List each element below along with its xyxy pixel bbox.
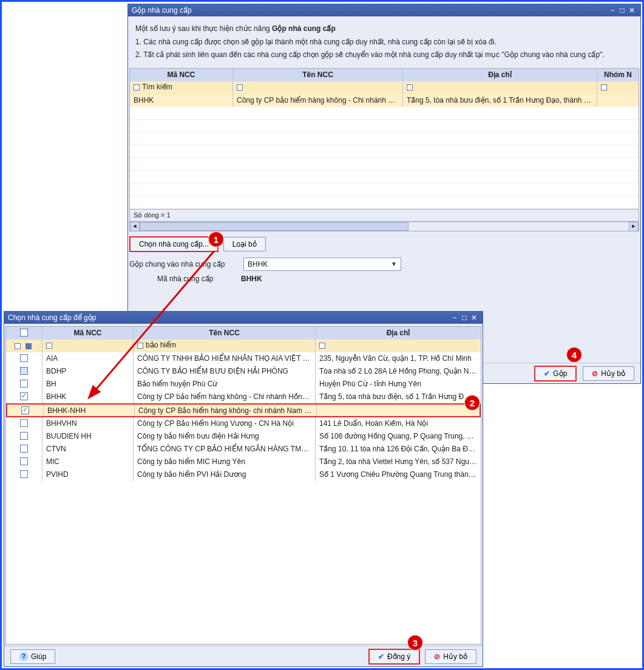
filter-icon[interactable]: [15, 343, 21, 349]
table-row[interactable]: MICCông ty bảo hiểm MIC Hưng YênTầng 2, …: [6, 456, 481, 468]
table-row[interactable]: BHHVHNCông ty CP Bảo Hiểm Hùng Vương - C…: [6, 417, 481, 430]
col-group[interactable]: Nhóm N: [597, 69, 639, 81]
scroll-left-icon[interactable]: ◄: [130, 222, 140, 231]
filter-name-value: bảo hiểm: [146, 341, 176, 349]
cell-addr: Tòa nhà số 2 Lô 28A Lê Hồng Phong, Quận …: [316, 365, 481, 378]
table-row[interactable]: BHBảo hiểm huyện Phù CừHuyện Phù Cừ - tỉ…: [6, 378, 481, 391]
help-icon: ?: [19, 652, 28, 661]
cell-code: BHHK-NHH: [44, 405, 135, 416]
cell-code: BDHP: [42, 365, 134, 378]
cell-addr: Tầng 5, tòa nhà bưu điện, số 1 Trần Hưng…: [316, 391, 481, 403]
cell-addr: Tầng 10, 11 tòa nhà 126 Đội Cấn, Quận Ba…: [316, 443, 481, 456]
filter-icon[interactable]: [137, 343, 143, 349]
filter-row[interactable]: bảo hiểm: [6, 340, 481, 352]
cell-name: Công ty CP Bảo hiểm hàng không- chi nhán…: [135, 405, 317, 416]
filter-icon[interactable]: [601, 84, 607, 91]
step-marker-1: 1: [208, 231, 224, 247]
supplier-code-value: BHHK: [241, 275, 262, 283]
table-row[interactable]: PVIHDCông ty bảo hiểm PVI Hải DươngSố 1 …: [6, 468, 481, 481]
cell-name: CÔNG TY BẢO HIỂM BƯU ĐIỆN HẢI PHÒNG: [134, 365, 316, 378]
check-icon: ✔: [378, 652, 384, 661]
step-marker-3: 3: [407, 635, 423, 651]
table-row[interactable]: BUUDIEN HHCông ty bảo hiểm bưu điện Hải …: [6, 430, 481, 443]
chevron-down-icon[interactable]: ▼: [391, 261, 397, 267]
table-row[interactable]: CTVNTỔNG CÔNG TY CP BẢO HIỂM NGÂN HÀNG T…: [6, 443, 481, 456]
table-row[interactable]: AIACÔNG TY TNHH BẢO HIỂM NHÂN THỌ AIA VI…: [6, 352, 481, 365]
cell-addr: Số 1 Vương Chiêu Phường Quang Trung thàn…: [316, 468, 481, 481]
notes-intro: Một số lưu ý sau khi thực hiện chức năng: [135, 24, 270, 33]
select-supplier-button[interactable]: Chọn nhà cung cấp...: [129, 236, 219, 252]
row-checkbox[interactable]: [20, 419, 28, 427]
close-icon[interactable]: ✕: [469, 313, 479, 322]
minimize-icon[interactable]: −: [608, 6, 617, 15]
table-row[interactable]: BHHK-NHHCông ty CP Bảo hiểm hàng không- …: [6, 403, 481, 417]
step-marker-2: 2: [464, 395, 480, 411]
filter-icon[interactable]: [319, 343, 325, 349]
ok-button[interactable]: ✔Đồng ý: [368, 649, 420, 665]
filter-icon[interactable]: [407, 84, 413, 91]
filter-icon[interactable]: [134, 84, 140, 91]
row-checkbox[interactable]: [20, 457, 28, 465]
cell-addr: Tầng 5, tòa nhà bưu điện, số 1 Trần Hưng…: [403, 94, 597, 107]
scroll-right-icon[interactable]: ►: [629, 222, 639, 231]
filter-icon[interactable]: [46, 343, 52, 349]
cell-name: TỔNG CÔNG TY CP BẢO HIỂM NGÂN HÀNG TMCP …: [134, 443, 316, 456]
merge-into-combo[interactable]: BHHK ▼: [243, 258, 401, 271]
cell-addr: 235, Nguyễn Văn Cừ, quận 1, TP. Hồ Chí M…: [316, 352, 481, 365]
minimize-icon[interactable]: −: [450, 313, 459, 322]
cell-addr: Số 106 đường Hồng Quang, P Quang Trung, …: [316, 430, 481, 443]
table-row[interactable]: BHHKCông ty CP bảo hiểm hàng không - Chi…: [6, 391, 481, 403]
row-checkbox[interactable]: [20, 432, 28, 440]
select-supplier-dialog: Chọn nhà cung cấp để gộp − □ ✕ Mã NCC Tê…: [4, 311, 483, 667]
notes-block: Một số lưu ý sau khi thực hiện chức năng…: [128, 16, 640, 68]
row-checkbox[interactable]: [20, 354, 28, 362]
main-title: Gộp nhà cung cấp: [132, 6, 608, 15]
cell-name: CÔNG TY TNHH BẢO HIỂM NHÂN THỌ AIA VIỆT …: [134, 352, 316, 365]
col-code[interactable]: Mã NCC: [42, 327, 134, 340]
picker-grid: Mã NCC Tên NCC Địa chỉ bảo hiểm AIACÔNG …: [5, 326, 481, 666]
notes-bold: Gộp nhà cung cấp: [272, 24, 336, 33]
maximize-icon[interactable]: □: [459, 313, 469, 322]
col-name[interactable]: Tên NCC: [233, 69, 403, 81]
horizontal-scrollbar[interactable]: ◄ ►: [130, 221, 639, 231]
cancel-button[interactable]: ⊘Hủy bỏ: [583, 366, 634, 381]
merge-button[interactable]: ✔Gộp: [534, 366, 577, 381]
picker-title: Chọn nhà cung cấp để gộp: [8, 313, 450, 322]
search-label: Tìm kiếm: [142, 83, 172, 91]
combo-value: BHHK: [248, 260, 391, 268]
help-button[interactable]: ?Giúp: [10, 649, 55, 664]
row-checkbox[interactable]: [20, 367, 28, 375]
row-checkbox[interactable]: [20, 380, 28, 388]
maximize-icon[interactable]: □: [617, 6, 627, 15]
cell-code: PVIHD: [42, 468, 134, 481]
supplier-code-label: Mã nhà cung cấp: [157, 275, 236, 283]
col-address[interactable]: Địa chỉ: [316, 327, 481, 340]
cell-code: BHHVHN: [42, 417, 134, 430]
cancel-button[interactable]: ⊘Hủy bỏ: [425, 649, 476, 664]
grid-row[interactable]: BHHK Công ty CP bảo hiểm hàng không - Ch…: [130, 94, 639, 107]
cell-name: Công ty CP bảo hiểm hàng không - Chi nhá…: [134, 391, 316, 403]
row-checkbox[interactable]: [20, 392, 28, 400]
filter-row[interactable]: Tìm kiếm: [130, 81, 639, 94]
note-line-1: 1. Các nhà cung cấp được chọn sẽ gộp lại…: [135, 36, 633, 49]
row-checkbox[interactable]: [20, 470, 28, 478]
filter-icon[interactable]: [25, 343, 32, 349]
col-address[interactable]: Địa chỉ: [403, 69, 597, 81]
cell-code: BH: [42, 378, 134, 391]
cell-code: AIA: [42, 352, 134, 365]
col-code[interactable]: Mã NCC: [130, 69, 233, 81]
table-row[interactable]: BDHPCÔNG TY BẢO HIỂM BƯU ĐIỆN HẢI PHÒNGT…: [6, 365, 481, 378]
filter-icon[interactable]: [237, 84, 243, 91]
remove-supplier-button[interactable]: Loại bỏ: [223, 237, 266, 251]
cell-name: Bảo hiểm huyện Phù Cừ: [134, 378, 316, 391]
close-icon[interactable]: ✕: [627, 6, 637, 15]
merge-into-label: Gộp chung vào nhà cung cấp: [129, 260, 239, 268]
selected-suppliers-grid: Mã NCC Tên NCC Địa chỉ Nhóm N Tìm kiếm B…: [129, 68, 639, 231]
cell-addr: [317, 405, 480, 416]
cell-name: Công ty CP Bảo Hiểm Hùng Vương - CN Hà N…: [134, 417, 316, 430]
cell-code: BHHK: [130, 94, 233, 107]
select-all-checkbox[interactable]: [20, 329, 28, 337]
row-checkbox[interactable]: [20, 445, 28, 453]
col-name[interactable]: Tên NCC: [134, 327, 316, 340]
row-checkbox[interactable]: [21, 406, 29, 414]
